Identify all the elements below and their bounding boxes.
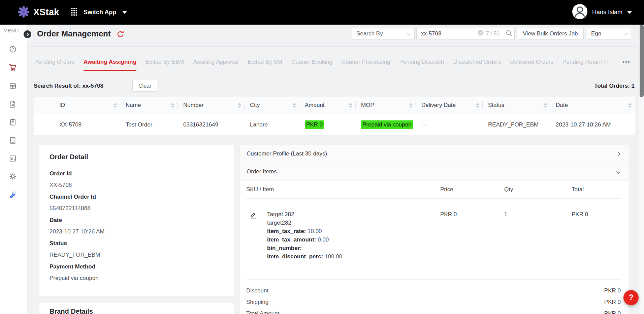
tab-awaiting-assigning[interactable]: Awaiting Assigning	[84, 54, 136, 71]
column-number[interactable]: Number	[178, 97, 245, 114]
total-orders: Total Orders: 1	[594, 83, 635, 89]
xstak-logo-icon	[17, 5, 30, 20]
clear-search-icon[interactable]	[478, 30, 483, 37]
sort-icon[interactable]	[544, 103, 547, 108]
tab-pending-orders[interactable]: Pending Orders	[34, 54, 74, 71]
tab-dispatched-orders[interactable]: Dispatched Orders	[453, 54, 501, 71]
customer-profile-accordion[interactable]: Customer Profile (Last 30 days)	[240, 145, 629, 163]
column-amount[interactable]: Amount	[299, 97, 356, 114]
tab-awaiting-approval[interactable]: Awaiting Approval	[193, 54, 238, 71]
app-grid-icon	[71, 7, 77, 18]
user-name: Haris Islam	[592, 9, 622, 16]
cell-id: XX-5708	[54, 121, 120, 128]
sort-icon[interactable]	[171, 103, 174, 108]
sidebar: MENU	[0, 25, 27, 314]
summary-total-row: Total Amount PKR 0	[246, 308, 621, 314]
column-date[interactable]: Date	[550, 97, 635, 114]
chevron-down-icon	[407, 31, 412, 35]
tab-delivered-orders[interactable]: Delivered Orders	[510, 54, 554, 71]
chevron-right-icon	[616, 152, 620, 156]
tab-pending-dispatch[interactable]: Pending Dispatch	[399, 54, 444, 71]
page-scrollbar[interactable]	[639, 25, 644, 314]
column-status[interactable]: Status	[483, 97, 550, 114]
column-spacer	[34, 97, 54, 114]
items-column-sku: SKU / Item	[246, 186, 440, 193]
brand-details-card: Brand Details	[39, 303, 234, 314]
sort-icon[interactable]	[628, 103, 632, 108]
tab-edited-by-ebm[interactable]: Edited By EBM	[146, 54, 184, 71]
item-details: Target 282 target282 item_tax_rate: 10.0…	[267, 210, 342, 261]
order-listing-icon[interactable]	[9, 82, 17, 90]
header-divider	[27, 46, 639, 47]
field-channel-order-id: Channel Order Id 5540722114868	[50, 194, 224, 211]
avatar	[572, 4, 587, 21]
tab-edited-by-sm[interactable]: Edited By SM	[248, 54, 282, 71]
tab-courier-processing[interactable]: Courier Processing	[342, 54, 390, 71]
summary-shipping-row: Shipping PKR 0	[246, 296, 621, 308]
sort-icon[interactable]	[349, 103, 352, 108]
edit-item-icon[interactable]	[250, 211, 257, 219]
view-bulk-orders-job-button[interactable]: View Bulk Orders Job	[517, 28, 584, 40]
help-button[interactable]: ?	[623, 290, 639, 305]
sort-icon[interactable]	[409, 103, 413, 108]
tabs-more-button[interactable]: •••	[622, 54, 631, 70]
brand-select[interactable]: Ego	[587, 28, 631, 40]
cell-date: 2023-10-27 10:26 AM	[550, 121, 635, 128]
search-by-select[interactable]: Search By	[352, 28, 415, 40]
item-total: PKR 0	[572, 210, 621, 219]
search-icon	[506, 30, 512, 38]
topbar: XStak Switch App H	[0, 0, 644, 25]
switch-app-label: Switch App	[84, 9, 116, 16]
chevron-down-icon	[624, 31, 628, 35]
dashboard-icon[interactable]	[9, 46, 17, 53]
orders-cart-icon[interactable]	[9, 64, 17, 71]
clear-button[interactable]: Clear	[132, 80, 157, 92]
tab-pending-return-order[interactable]: Pending Return Order	[562, 54, 618, 71]
summary-divider	[246, 279, 621, 280]
main-content: Order Management Search By 7 / 50	[27, 25, 639, 314]
order-items-accordion[interactable]: Order Items	[240, 163, 629, 181]
column-mop[interactable]: MOP	[356, 97, 416, 114]
sidebar-collapse-button[interactable]	[23, 30, 32, 39]
documents-icon[interactable]	[9, 101, 17, 108]
cell-status: READY_FOR_EBM	[483, 121, 550, 128]
search-box: 7 / 50	[416, 28, 503, 40]
settings-gear-icon[interactable]	[9, 173, 17, 180]
table-row[interactable]: XX-5708 Test Order 03316321649 Lahore PK…	[34, 114, 635, 136]
organization-icon[interactable]	[9, 137, 17, 144]
orders-table: ID Name Number City Amount MOP Delivery …	[34, 97, 635, 136]
field-payment-method: Payment Method Prepaid via coupon	[50, 264, 224, 281]
search-input[interactable]	[421, 30, 475, 37]
column-name[interactable]: Name	[120, 97, 178, 114]
user-menu[interactable]: Haris Islam	[572, 0, 632, 25]
forms-icon[interactable]	[9, 118, 17, 126]
field-order-id: Order Id XX-5708	[50, 171, 224, 188]
sort-icon[interactable]	[114, 103, 117, 108]
order-items-header: Order Items	[247, 168, 277, 175]
reports-icon[interactable]	[9, 155, 17, 162]
column-id[interactable]: ID	[54, 97, 120, 114]
item-price: PKR 0	[440, 210, 504, 219]
xstak-brand[interactable]: XStak	[17, 0, 59, 25]
order-items-content: SKU / Item Price Qty Total	[240, 181, 629, 314]
sort-icon[interactable]	[476, 103, 479, 108]
order-detail-title: Order Detail	[50, 152, 224, 161]
column-city[interactable]: City	[245, 97, 299, 114]
search-button[interactable]	[503, 28, 515, 40]
tab-courier-booking[interactable]: Courier Booking	[291, 54, 332, 71]
tools-wrench-icon[interactable]	[9, 191, 17, 198]
summary-discount-row: Discount PKR 0	[246, 285, 621, 296]
chevron-down-icon	[122, 11, 127, 14]
char-count: 7 / 50	[486, 31, 500, 37]
switch-app-menu[interactable]: Switch App	[71, 0, 127, 25]
cell-amount: PKR 0	[299, 121, 356, 128]
cell-mop: Prepaid via coupon	[356, 121, 416, 128]
refresh-icon[interactable]	[117, 30, 124, 38]
scrollbar-thumb[interactable]	[640, 25, 644, 97]
column-delivery-date[interactable]: Delivery Date	[416, 97, 483, 114]
order-status-tabs: Pending Orders Awaiting Assigning Edited…	[34, 54, 621, 71]
order-management-app: XStak Switch App H	[0, 0, 644, 314]
mop-highlight: Prepaid via coupon	[361, 120, 413, 129]
sort-icon[interactable]	[293, 103, 296, 108]
sort-icon[interactable]	[238, 103, 241, 108]
